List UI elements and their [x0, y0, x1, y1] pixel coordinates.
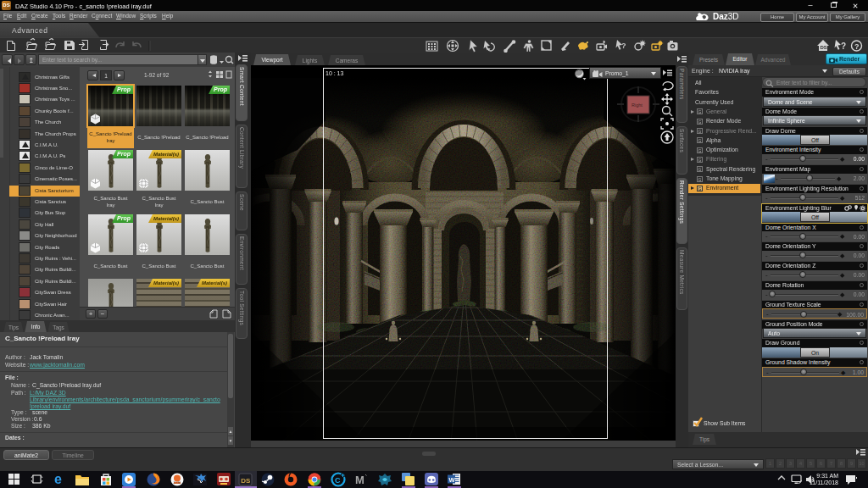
svg-text:?: ? [854, 42, 860, 51]
svg-text:DS: DS [241, 477, 251, 485]
svg-text:W: W [449, 476, 456, 484]
svg-text:M: M [355, 474, 364, 486]
svg-text:?: ? [621, 42, 626, 50]
svg-text:C: C [335, 476, 341, 485]
svg-text:?: ? [841, 42, 846, 51]
svg-text:Right: Right [632, 103, 643, 108]
svg-text:e: e [54, 472, 62, 486]
svg-text:ZOOM: ZOOM [174, 481, 181, 485]
svg-text:DS: DS [821, 45, 827, 50]
